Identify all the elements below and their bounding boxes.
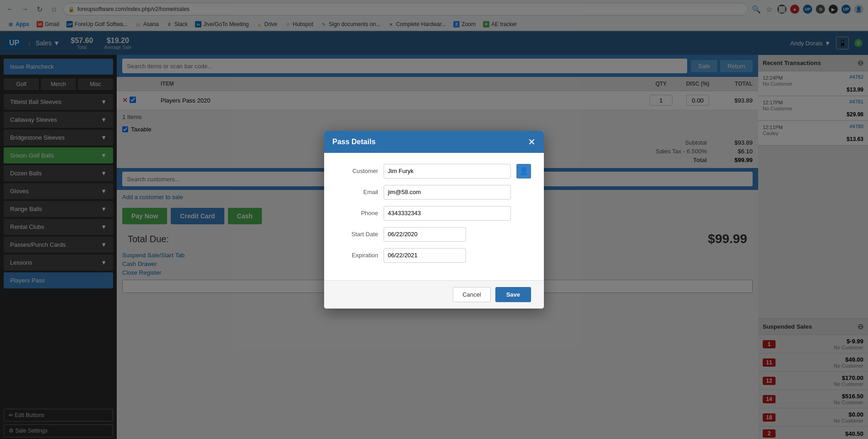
start-date-field-row: Start Date — [337, 227, 531, 242]
email-field-row: Email — [337, 185, 531, 200]
customer-field-row: Customer 👤 — [337, 164, 531, 179]
modal-footer: Cancel Save — [324, 280, 544, 309]
phone-label: Phone — [337, 210, 378, 217]
save-button[interactable]: Save — [495, 287, 531, 302]
expiration-input[interactable] — [384, 248, 466, 263]
modal-header: Pass Details ✕ — [324, 131, 544, 153]
phone-input[interactable] — [384, 206, 511, 221]
phone-field-row: Phone — [337, 206, 531, 221]
email-input[interactable] — [384, 185, 511, 200]
start-date-label: Start Date — [337, 231, 378, 238]
customer-input[interactable] — [384, 164, 511, 179]
pass-details-modal: Pass Details ✕ Customer 👤 Email Phone St… — [324, 131, 544, 309]
customer-lookup-button[interactable]: 👤 — [516, 164, 531, 179]
modal-overlay: Pass Details ✕ Customer 👤 Email Phone St… — [0, 0, 868, 439]
cancel-button[interactable]: Cancel — [453, 287, 490, 302]
email-label: Email — [337, 189, 378, 195]
modal-title: Pass Details — [332, 138, 375, 146]
expiration-label: Expiration — [337, 252, 378, 259]
modal-close-button[interactable]: ✕ — [528, 137, 536, 146]
expiration-field-row: Expiration — [337, 248, 531, 263]
start-date-input[interactable] — [384, 227, 466, 242]
customer-label: Customer — [337, 168, 378, 174]
modal-body: Customer 👤 Email Phone Start Date Expira… — [324, 153, 544, 280]
